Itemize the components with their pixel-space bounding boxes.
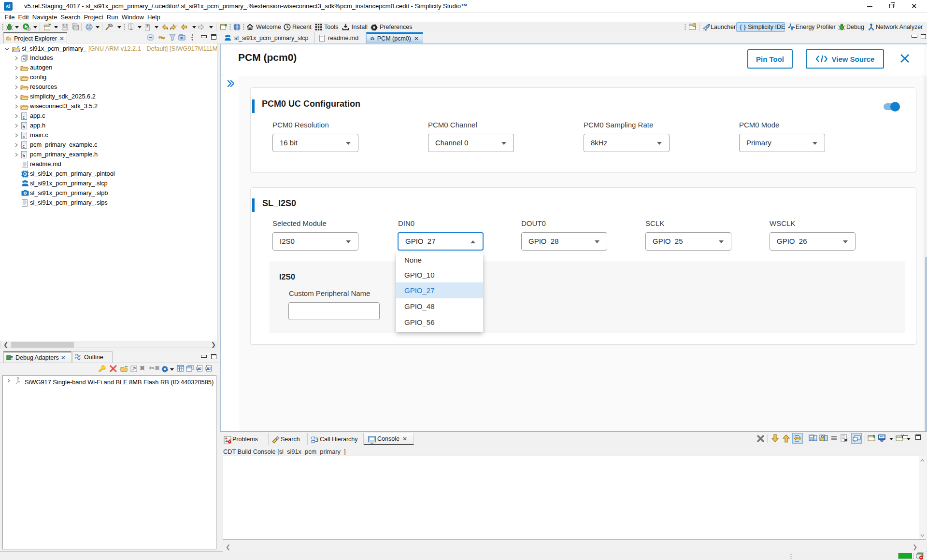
svg-text:h: h [23, 154, 26, 158]
svg-text:c: c [23, 144, 25, 149]
svg-text:c: c [23, 115, 25, 120]
svg-text:c: c [23, 134, 25, 139]
svg-text:h: h [23, 125, 26, 129]
svg-text:h: h [23, 57, 25, 61]
svg-text:si: si [180, 36, 183, 40]
svg-text:c: c [17, 45, 20, 49]
